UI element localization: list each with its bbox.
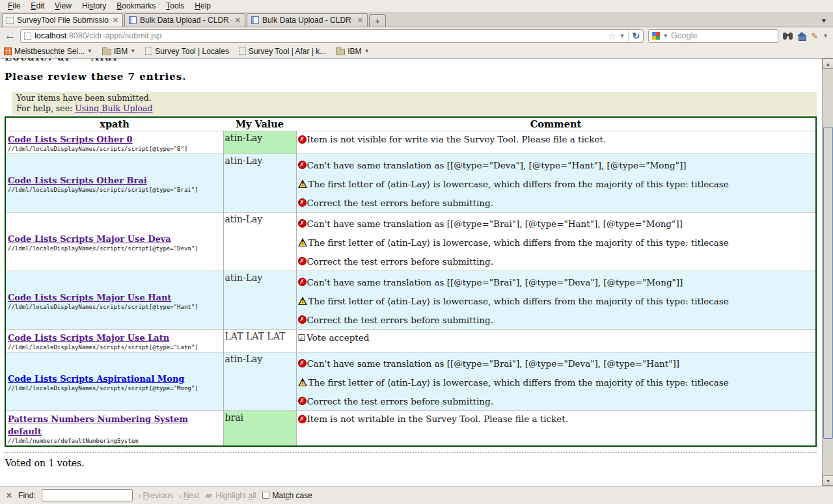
using-bulk-upload-link[interactable]: Using Bulk Upload xyxy=(75,103,152,113)
toolbar-overflow-chevron-icon[interactable]: ▼ xyxy=(823,33,828,39)
xpath-link[interactable]: Code Lists Scripts Other 0 xyxy=(8,135,133,144)
comment-text: Correct the test errors before submittin… xyxy=(307,198,493,208)
xpath-link[interactable]: Code Lists Scripts Major Use Latn xyxy=(8,333,169,343)
search-bar[interactable]: ▼ xyxy=(648,29,778,43)
menu-view[interactable]: View xyxy=(49,1,77,11)
bookmark-label: Survey Tool | Afar | k... xyxy=(249,47,326,56)
tab-1[interactable]: SurveyTool File Submission | ...✕ xyxy=(2,13,123,27)
menu-bookmarks[interactable]: Bookmarks xyxy=(111,1,161,11)
error-icon: ✗ xyxy=(298,415,307,423)
error-icon: ✗ xyxy=(298,359,307,367)
close-icon[interactable]: ✕ xyxy=(235,17,241,24)
google-icon xyxy=(652,32,660,40)
tab-3[interactable]: Bulk Data Upload - CLDR - Un...✕ xyxy=(247,13,368,27)
page-body: Locale: af — Afar Please review these 7 … xyxy=(0,59,822,468)
grid-icon xyxy=(4,47,12,55)
comment-line: ✗Can't have same translation as [[@type=… xyxy=(298,155,816,174)
comment-text: Can't have same translation as [[@type="… xyxy=(307,277,683,287)
comment-text: The first letter of ⟨atin-Lay⟩ is lowerc… xyxy=(308,296,729,306)
document-favicon-icon xyxy=(251,16,259,24)
divider xyxy=(628,31,629,41)
url-dropdown-icon[interactable]: ▼ xyxy=(620,33,625,39)
xpath-link[interactable]: Patterns Numbers Numbering System defaul… xyxy=(8,414,188,436)
bookmark-item[interactable]: IBM▼ xyxy=(336,47,369,56)
xpath-path: //ldml/localeDisplayNames/scripts/script… xyxy=(8,344,221,351)
comment-cell: ✗Can't have same translation as [[@type=… xyxy=(296,213,816,271)
menu-history[interactable]: History xyxy=(77,1,111,11)
comment-text: Item is not writable in the Survey Tool.… xyxy=(307,414,568,424)
chevron-left-icon: ‹ xyxy=(139,492,141,499)
clipped-heading: Locale: af — Afar xyxy=(5,59,822,64)
bookmark-item[interactable]: Survey Tool | Locales xyxy=(145,47,229,56)
label: Highlight all xyxy=(215,491,256,500)
comment-cell: ☑Vote accepted xyxy=(296,330,816,352)
page-content: Locale: af — Afar Please review these 7 … xyxy=(0,59,833,486)
close-icon[interactable]: ✕ xyxy=(357,17,363,24)
find-previous-button[interactable]: ‹Previous xyxy=(139,491,173,500)
comment-line: !The first letter of ⟨atin-Lay⟩ is lower… xyxy=(298,373,816,391)
find-next-button[interactable]: ›Next xyxy=(179,491,199,500)
xpath-link[interactable]: Code Lists Scripts Major Use Hant xyxy=(8,293,171,302)
scrollbar-thumb[interactable] xyxy=(823,127,833,439)
menu-file[interactable]: File xyxy=(3,1,25,11)
scrollbar-up-icon[interactable]: ▲ xyxy=(823,59,833,69)
xpath-cell: Code Lists Scripts Major Use Deva//ldml/… xyxy=(5,213,223,271)
menu-help[interactable]: Help xyxy=(189,1,216,11)
bookmark-item[interactable]: Meistbesuchte Sei...▼ xyxy=(4,47,92,56)
warning-icon: ! xyxy=(298,179,308,188)
find-input[interactable] xyxy=(42,489,133,501)
error-icon: ✗ xyxy=(298,315,307,324)
scrollbar-down-icon[interactable]: ▼ xyxy=(823,475,833,486)
comment-text: Can't have same translation as [[@type="… xyxy=(307,160,687,170)
url-bar[interactable]: localhost:8080/cldr-apps/submit.jsp ☆ ▼ … xyxy=(20,29,644,43)
table-header-row: xpath My Value Comment xyxy=(5,117,816,131)
page-title: Please review these 7 entries. xyxy=(5,71,822,83)
vertical-scrollbar[interactable]: ▲ ▼ xyxy=(822,59,833,486)
reload-icon[interactable]: ↻ xyxy=(632,31,640,41)
url-text: localhost:8080/cldr-apps/submit.jsp xyxy=(34,31,161,40)
header-my-value: My Value xyxy=(223,117,296,131)
label: Next xyxy=(184,491,200,500)
highlighter-icon xyxy=(205,492,213,499)
value-cell: atin-Lay xyxy=(223,271,296,330)
comment-line: ✗Item is not visible for write via the S… xyxy=(298,131,816,147)
xpath-link[interactable]: Code Lists Scripts Major Use Deva xyxy=(8,234,171,244)
comment-text: Can't have same translation as [[@type="… xyxy=(307,358,679,369)
xpath-link[interactable]: Code Lists Scripts Aspirational Mong xyxy=(8,374,184,384)
find-close-icon[interactable]: ✕ xyxy=(6,491,12,500)
xpath-cell: Code Lists Scripts Major Use Hant//ldml/… xyxy=(5,271,223,330)
menu-edit[interactable]: Edit xyxy=(25,1,49,11)
tab-2[interactable]: Bulk Data Upload - CLDR - Un...✕ xyxy=(124,13,245,27)
tab-overflow-chevron-icon[interactable]: ▼ xyxy=(821,17,831,27)
bookmark-star-icon[interactable]: ☆ xyxy=(608,31,616,41)
comment-line: ✗Correct the test errors before submitti… xyxy=(298,310,816,329)
bookmark-item[interactable]: IBM▼ xyxy=(102,47,135,56)
comment-cell: ✗Can't have same translation as [[@type=… xyxy=(296,154,816,213)
bookmark-label: Meistbesuchte Sei... xyxy=(14,47,85,56)
bookmark-label: IBM xyxy=(348,47,361,56)
menu-tools[interactable]: Tools xyxy=(161,1,189,11)
xpath-cell: Code Lists Scripts Major Use Latn//ldml/… xyxy=(5,330,223,352)
warning-exclamation: ! xyxy=(298,380,308,386)
match-case-checkbox[interactable] xyxy=(262,492,269,499)
home-icon[interactable] xyxy=(797,32,806,40)
comment-text: Can't have same translation as [[@type="… xyxy=(307,219,683,229)
xpath-cell: Code Lists Scripts Aspirational Mong//ld… xyxy=(5,352,223,411)
xpath-path: //ldml/localeDisplayNames/scripts/script… xyxy=(8,146,221,152)
comment-cell: ✗Item is not visible for write via the S… xyxy=(296,131,816,154)
close-icon[interactable]: ✕ xyxy=(113,17,118,24)
comment-line: ✗Correct the test errors before submitti… xyxy=(298,193,816,212)
new-tab-button[interactable]: + xyxy=(369,14,386,27)
comment-text: The first letter of ⟨atin-Lay⟩ is lowerc… xyxy=(308,237,729,248)
table-row: Code Lists Scripts Other 0//ldml/localeD… xyxy=(5,131,816,154)
back-icon[interactable]: ← xyxy=(5,30,16,42)
xpath-link[interactable]: Code Lists Scripts Other Brai xyxy=(8,176,147,185)
binoculars-icon[interactable] xyxy=(783,33,793,40)
search-engine-dropdown-icon[interactable]: ▼ xyxy=(662,33,668,39)
feather-icon[interactable]: ✎ xyxy=(811,31,818,41)
match-case-option[interactable]: Match case xyxy=(262,491,312,500)
highlight-all-button[interactable]: Highlight all xyxy=(205,491,256,500)
bookmark-item[interactable]: Survey Tool | Afar | k... xyxy=(239,47,326,56)
value-cell: atin-Lay xyxy=(223,154,296,213)
search-input[interactable] xyxy=(671,31,774,40)
